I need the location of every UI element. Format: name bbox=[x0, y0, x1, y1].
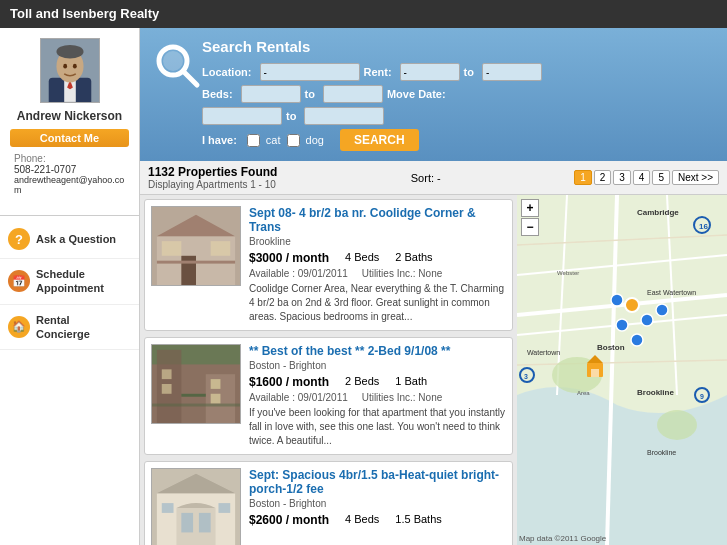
search-magnifier-icon bbox=[154, 42, 202, 90]
move-date-to-input[interactable] bbox=[304, 107, 384, 125]
svg-rect-22 bbox=[162, 384, 172, 394]
have-label: I have: bbox=[202, 134, 237, 146]
map-panel: Cambridge Watertown Boston Brookline Eas… bbox=[517, 195, 727, 545]
pagination: 1 2 3 4 5 Next >> bbox=[574, 170, 719, 185]
page-4-button[interactable]: 4 bbox=[633, 170, 651, 185]
listing-price: $2600 / month bbox=[249, 513, 329, 527]
rent-to-input[interactable] bbox=[482, 63, 542, 81]
svg-text:Webster: Webster bbox=[557, 270, 579, 276]
svg-rect-25 bbox=[211, 394, 221, 404]
svg-point-5 bbox=[56, 45, 83, 59]
contact-info: Phone: 508-221-0707 andrewtheagent@yahoo… bbox=[10, 153, 129, 195]
svg-rect-35 bbox=[218, 503, 230, 513]
map-svg: Cambridge Watertown Boston Brookline Eas… bbox=[517, 195, 727, 545]
listing-details: $2600 / month 4 Beds 1.5 Baths bbox=[249, 513, 506, 527]
table-row: Sept 08- 4 br/2 ba nr. Coolidge Corner &… bbox=[144, 199, 513, 331]
results-info: 1132 Properties Found Displaying Apartme… bbox=[148, 165, 277, 190]
page-2-button[interactable]: 2 bbox=[594, 170, 612, 185]
svg-point-61 bbox=[625, 298, 639, 312]
cat-checkbox[interactable] bbox=[247, 134, 260, 147]
rent-from-input[interactable] bbox=[400, 63, 460, 81]
listing-availability: Available : 09/01/2011 Utilities Inc.: N… bbox=[249, 392, 506, 403]
svg-rect-14 bbox=[181, 256, 196, 285]
map-watermark: Map data ©2011 Google bbox=[519, 534, 606, 543]
listings-panel: Sept 08- 4 br/2 ba nr. Coolidge Corner &… bbox=[140, 195, 517, 545]
svg-point-64 bbox=[656, 304, 668, 316]
contact-me-button[interactable]: Contact Me bbox=[10, 129, 129, 147]
listing-details: $1600 / month 2 Beds 1 Bath bbox=[249, 375, 506, 389]
house-icon: 🏠 bbox=[8, 316, 30, 338]
phone-label: Phone: bbox=[14, 153, 125, 164]
ask-question-label: Ask a Question bbox=[36, 232, 116, 246]
avatar bbox=[40, 38, 100, 103]
search-movedate-row: to bbox=[202, 107, 715, 125]
listing-location: Boston - Brighton bbox=[249, 360, 506, 371]
app-title: Toll and Isenberg Realty bbox=[10, 6, 159, 21]
listing-info: ** Best of the best ** 2-Bed 9/1/08 ** B… bbox=[249, 344, 506, 448]
results-sub: Displaying Apartments 1 - 10 bbox=[148, 179, 277, 190]
calendar-icon: 📅 bbox=[8, 270, 30, 292]
beds-label: Beds: bbox=[202, 88, 233, 100]
main-layout: Andrew Nickerson Contact Me Phone: 508-2… bbox=[0, 28, 727, 545]
listing-title[interactable]: Sept: Spacious 4br/1.5 ba-Heat-quiet bri… bbox=[249, 468, 506, 496]
search-button[interactable]: SEARCH bbox=[340, 129, 419, 151]
svg-text:Watertown: Watertown bbox=[527, 349, 560, 356]
svg-rect-26 bbox=[181, 394, 205, 397]
listing-thumbnail bbox=[151, 344, 241, 424]
rental-concierge-button[interactable]: 🏠 RentalConcierge bbox=[0, 305, 139, 351]
page-5-button[interactable]: 5 bbox=[652, 170, 670, 185]
listing-baths: 1 Bath bbox=[395, 375, 427, 389]
move-date-from-input[interactable] bbox=[202, 107, 282, 125]
listing-beds: 4 Beds bbox=[345, 513, 379, 527]
listing-price: $1600 / month bbox=[249, 375, 329, 389]
svg-text:9: 9 bbox=[700, 393, 704, 400]
svg-text:16: 16 bbox=[699, 222, 708, 231]
schedule-appointment-label: ScheduleAppointment bbox=[36, 267, 104, 296]
svg-rect-32 bbox=[181, 513, 193, 533]
map-controls: + − bbox=[521, 199, 539, 236]
listing-title[interactable]: Sept 08- 4 br/2 ba nr. Coolidge Corner &… bbox=[249, 206, 506, 234]
listing-description: Coolidge Corner Area, Near everything & … bbox=[249, 282, 506, 324]
listing-details: $3000 / month 4 Beds 2 Baths bbox=[249, 251, 506, 265]
page-1-button[interactable]: 1 bbox=[574, 170, 592, 185]
dog-label: dog bbox=[306, 134, 324, 146]
listing-location: Brookline bbox=[249, 236, 506, 247]
svg-rect-15 bbox=[162, 241, 182, 256]
schedule-appointment-button[interactable]: 📅 ScheduleAppointment bbox=[0, 259, 139, 305]
page-3-button[interactable]: 3 bbox=[613, 170, 631, 185]
move-date-label: Move Date: bbox=[387, 88, 446, 100]
results-sort: Sort: - bbox=[411, 172, 441, 184]
rental-concierge-label: RentalConcierge bbox=[36, 313, 90, 342]
beds-to-input[interactable] bbox=[323, 85, 383, 103]
svg-point-7 bbox=[72, 64, 76, 69]
listing-info: Sept 08- 4 br/2 ba nr. Coolidge Corner &… bbox=[249, 206, 506, 324]
cat-label: cat bbox=[266, 134, 281, 146]
map-zoom-in-button[interactable]: + bbox=[521, 199, 539, 217]
svg-point-9 bbox=[163, 51, 183, 71]
ask-question-button[interactable]: ? Ask a Question bbox=[0, 220, 139, 259]
listing-price: $3000 / month bbox=[249, 251, 329, 265]
map-zoom-out-button[interactable]: − bbox=[521, 218, 539, 236]
next-page-button[interactable]: Next >> bbox=[672, 170, 719, 185]
location-input[interactable] bbox=[260, 63, 360, 81]
svg-text:Brookline: Brookline bbox=[647, 449, 676, 456]
svg-line-10 bbox=[183, 71, 197, 85]
listing-beds: 4 Beds bbox=[345, 251, 379, 265]
svg-point-66 bbox=[611, 294, 623, 306]
listing-thumbnail bbox=[151, 206, 241, 286]
svg-rect-17 bbox=[157, 261, 235, 264]
svg-text:Cambridge: Cambridge bbox=[637, 208, 679, 217]
listing-baths: 2 Baths bbox=[395, 251, 432, 265]
question-icon: ? bbox=[8, 228, 30, 250]
location-label: Location: bbox=[202, 66, 252, 78]
agent-profile-area: Andrew Nickerson Contact Me Phone: 508-2… bbox=[0, 28, 139, 211]
beds-from-input[interactable] bbox=[241, 85, 301, 103]
svg-text:Brookline: Brookline bbox=[637, 388, 674, 397]
agent-name: Andrew Nickerson bbox=[10, 109, 129, 123]
results-header: 1132 Properties Found Displaying Apartme… bbox=[140, 161, 727, 195]
svg-text:Area: Area bbox=[577, 390, 590, 396]
listing-title[interactable]: ** Best of the best ** 2-Bed 9/1/08 ** bbox=[249, 344, 506, 358]
dog-checkbox[interactable] bbox=[287, 134, 300, 147]
map-canvas: Cambridge Watertown Boston Brookline Eas… bbox=[517, 195, 727, 545]
listing-description: If you've been looking for that apartmen… bbox=[249, 406, 506, 448]
